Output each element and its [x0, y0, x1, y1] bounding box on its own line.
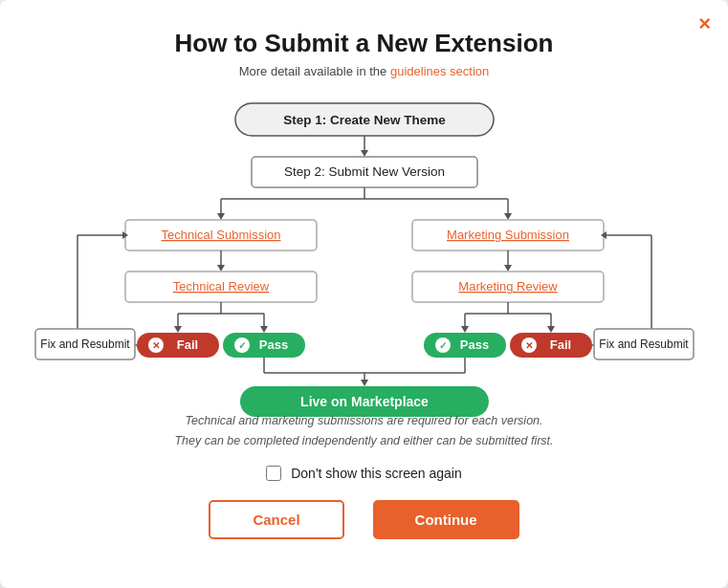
svg-text:✕: ✕ — [525, 340, 533, 351]
svg-text:✓: ✓ — [439, 340, 447, 351]
svg-marker-17 — [217, 265, 225, 272]
dont-show-label[interactable]: Don't show this screen again — [291, 466, 462, 481]
close-button[interactable]: × — [698, 13, 711, 34]
svg-marker-27 — [174, 326, 182, 333]
svg-marker-57 — [361, 380, 368, 386]
cancel-button[interactable]: Cancel — [209, 500, 343, 539]
svg-marker-35 — [547, 326, 555, 333]
svg-text:Fix and Resubmit: Fix and Resubmit — [599, 338, 689, 351]
svg-marker-19 — [504, 265, 512, 272]
continue-button[interactable]: Continue — [373, 500, 519, 539]
svg-marker-3 — [361, 150, 368, 157]
checkbox-row: Don't show this screen again — [38, 466, 690, 481]
svg-text:Fix and Resubmit: Fix and Resubmit — [40, 338, 130, 351]
svg-text:Fail: Fail — [176, 338, 197, 352]
dont-show-checkbox[interactable] — [266, 466, 281, 481]
svg-text:✕: ✕ — [152, 340, 160, 351]
svg-marker-9 — [217, 213, 225, 220]
modal-container: × How to Submit a New Extension More det… — [0, 0, 728, 588]
svg-text:Live on Marketplace: Live on Marketplace — [300, 394, 429, 409]
modal-title: How to Submit a New Extension — [38, 29, 690, 58]
svg-text:Technical Review: Technical Review — [172, 279, 269, 294]
svg-text:Pass: Pass — [258, 338, 287, 352]
svg-text:Step 1: Create New Theme: Step 1: Create New Theme — [283, 113, 446, 127]
note-line-2: They can be completed independently and … — [38, 431, 690, 451]
note-line-1: Technical and marketing submissions are … — [38, 411, 690, 431]
modal-subtitle: More detail available in the guidelines … — [38, 64, 690, 78]
svg-text:Step 2: Submit New Version: Step 2: Submit New Version — [283, 164, 444, 179]
flowchart: Step 1: Create New Theme Step 2: Submit … — [38, 96, 690, 402]
svg-marker-29 — [260, 326, 268, 333]
guidelines-link[interactable]: guidelines section — [390, 64, 489, 78]
svg-text:Marketing Submission: Marketing Submission — [447, 228, 569, 242]
svg-text:Fail: Fail — [549, 338, 570, 352]
svg-marker-33 — [461, 326, 469, 333]
svg-text:✓: ✓ — [238, 340, 246, 351]
notes-section: Technical and marketing submissions are … — [38, 411, 690, 452]
svg-text:Marketing Review: Marketing Review — [458, 279, 558, 294]
svg-marker-11 — [504, 213, 512, 220]
svg-text:Pass: Pass — [459, 338, 488, 352]
svg-text:Technical Submission: Technical Submission — [161, 228, 280, 242]
button-row: Cancel Continue — [38, 500, 690, 539]
